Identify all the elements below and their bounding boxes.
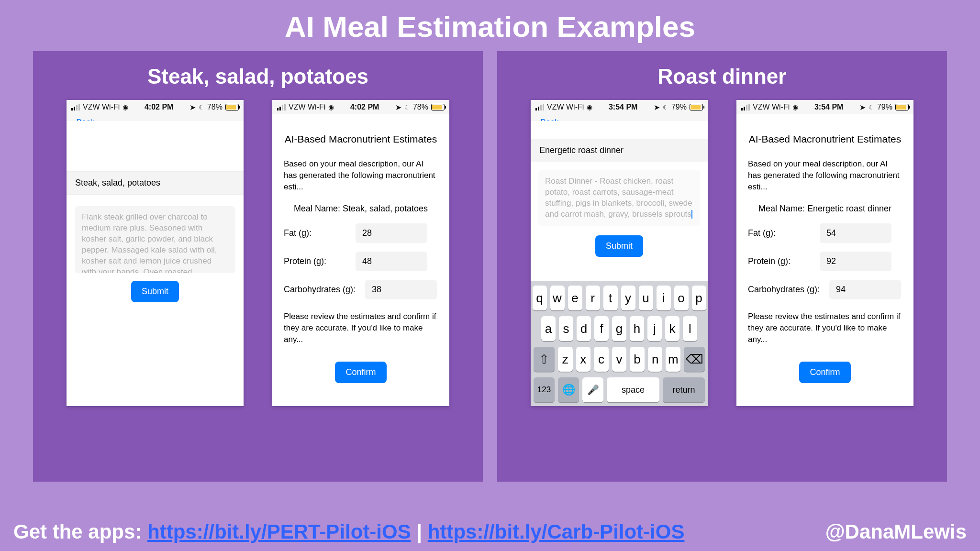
clock: 3:54 PM bbox=[814, 103, 843, 111]
link-carb[interactable]: https://bit.ly/Carb-Pilot-iOS bbox=[428, 520, 685, 543]
key-m[interactable]: m bbox=[666, 347, 680, 372]
keyboard-row-4: 123 🌐 🎤 space return bbox=[534, 377, 705, 402]
phone-steak-input: VZW Wi-Fi ◉ 4:02 PM ➤ ☾ 78% ‹ Back Steak… bbox=[67, 100, 244, 406]
carrier-label: VZW Wi-Fi bbox=[289, 103, 325, 111]
dnd-moon-icon: ☾ bbox=[199, 104, 204, 111]
carb-row: Carbohydrates (g): 38 bbox=[284, 280, 438, 299]
clock: 4:02 PM bbox=[350, 103, 379, 111]
protein-value-input[interactable]: 48 bbox=[356, 252, 427, 271]
fat-value-input[interactable]: 54 bbox=[820, 223, 891, 243]
battery-pct: 79% bbox=[877, 103, 892, 111]
mic-key[interactable]: 🎤 bbox=[582, 377, 603, 402]
fat-value-input[interactable]: 28 bbox=[356, 223, 427, 243]
battery-icon bbox=[225, 104, 239, 110]
slide-title: AI Meal Estimation Examples bbox=[0, 0, 980, 51]
key-r[interactable]: r bbox=[586, 286, 600, 310]
panels-row: Steak, salad, potatoes VZW Wi-Fi ◉ 4:02 … bbox=[0, 51, 980, 482]
keyboard-row-1: qwertyuiop bbox=[534, 286, 705, 310]
keyboard-row-3: ⇧ zxcvbnm ⌫ bbox=[534, 347, 705, 372]
clock: 4:02 PM bbox=[145, 103, 173, 111]
space-key[interactable]: space bbox=[607, 377, 659, 402]
return-key[interactable]: return bbox=[663, 377, 705, 402]
nav-back[interactable]: ‹ Back bbox=[531, 114, 708, 121]
results-outro: Please review the estimates and confirm … bbox=[748, 311, 902, 345]
battery-pct: 78% bbox=[207, 103, 223, 111]
status-bar: VZW Wi-Fi ◉ 4:02 PM ➤ ☾ 78% bbox=[272, 100, 449, 114]
key-h[interactable]: h bbox=[630, 316, 644, 341]
dnd-moon-icon: ☾ bbox=[663, 104, 668, 111]
confirm-button[interactable]: Confirm bbox=[335, 362, 386, 383]
meal-title-input[interactable]: Energetic roast dinner bbox=[531, 139, 708, 162]
key-b[interactable]: b bbox=[630, 347, 645, 372]
meal-description-input[interactable]: Roast Dinner - Roast chicken, roast pota… bbox=[538, 170, 700, 226]
key-o[interactable]: o bbox=[674, 286, 689, 310]
fat-label: Fat (g): bbox=[284, 228, 356, 238]
footer-handle: @DanaMLewis bbox=[825, 520, 967, 543]
key-k[interactable]: k bbox=[665, 316, 679, 341]
carrier-label: VZW Wi-Fi bbox=[83, 103, 120, 111]
globe-key[interactable]: 🌐 bbox=[558, 377, 579, 402]
key-c[interactable]: c bbox=[594, 347, 609, 372]
onscreen-keyboard: qwertyuiop asdfghjkl ⇧ zxcvbnm ⌫ 123 🌐 🎤… bbox=[531, 281, 708, 406]
key-l[interactable]: l bbox=[683, 316, 697, 341]
submit-button[interactable]: Submit bbox=[131, 281, 179, 302]
key-x[interactable]: x bbox=[576, 347, 591, 372]
location-icon: ➤ bbox=[395, 103, 401, 112]
text-caret bbox=[691, 210, 692, 219]
phone-roast-input: VZW Wi-Fi ◉ 3:54 PM ➤ ☾ 79% ‹ Back Energ… bbox=[531, 100, 708, 406]
backspace-key[interactable]: ⌫ bbox=[684, 347, 705, 372]
results-outro: Please review the estimates and confirm … bbox=[284, 311, 438, 345]
link-pert[interactable]: https://bit.ly/PERT-Pilot-iOS bbox=[147, 520, 411, 543]
keyboard-row-2: asdfghjkl bbox=[534, 316, 705, 341]
results-intro: Based on your meal description, our AI h… bbox=[284, 158, 438, 192]
nav-back[interactable]: ‹ Back bbox=[67, 114, 244, 121]
slide-footer: Get the apps: https://bit.ly/PERT-Pilot-… bbox=[0, 520, 980, 551]
meal-description-input[interactable]: Flank steak grilled over charcoal to med… bbox=[75, 206, 235, 273]
key-e[interactable]: e bbox=[568, 286, 582, 310]
key-j[interactable]: j bbox=[647, 316, 662, 341]
carb-value-input[interactable]: 38 bbox=[365, 280, 437, 299]
carb-value-input[interactable]: 94 bbox=[829, 280, 901, 299]
status-bar: VZW Wi-Fi ◉ 4:02 PM ➤ ☾ 78% bbox=[67, 100, 244, 114]
fat-row: Fat (g): 54 bbox=[748, 223, 902, 243]
confirm-button[interactable]: Confirm bbox=[799, 362, 850, 383]
key-y[interactable]: y bbox=[621, 286, 635, 310]
meal-name-line: Meal Name: Steak, salad, potatoes bbox=[284, 204, 438, 214]
key-p[interactable]: p bbox=[692, 286, 706, 310]
key-f[interactable]: f bbox=[594, 316, 609, 341]
dnd-moon-icon: ☾ bbox=[404, 104, 410, 111]
panel-roast-title: Roast dinner bbox=[497, 51, 947, 100]
key-d[interactable]: d bbox=[577, 316, 591, 341]
key-v[interactable]: v bbox=[612, 347, 627, 372]
footer-links: Get the apps: https://bit.ly/PERT-Pilot-… bbox=[13, 520, 684, 543]
carrier-label: VZW Wi-Fi bbox=[753, 103, 790, 111]
key-w[interactable]: w bbox=[550, 286, 565, 310]
shift-key[interactable]: ⇧ bbox=[534, 347, 555, 372]
key-q[interactable]: q bbox=[533, 286, 547, 310]
signal-icon bbox=[741, 104, 750, 110]
key-s[interactable]: s bbox=[559, 316, 573, 341]
key-t[interactable]: t bbox=[603, 286, 618, 310]
meal-name-line: Meal Name: Energetic roast dinner bbox=[748, 204, 902, 214]
battery-icon bbox=[895, 104, 909, 110]
panel-roast: Roast dinner VZW Wi-Fi ◉ 3:54 PM ➤ ☾ 79% bbox=[497, 51, 947, 482]
key-i[interactable]: i bbox=[657, 286, 671, 310]
phone-roast-results: VZW Wi-Fi ◉ 3:54 PM ➤ ☾ 79% AI-Based Mac… bbox=[736, 100, 913, 406]
key-n[interactable]: n bbox=[648, 347, 663, 372]
key-u[interactable]: u bbox=[639, 286, 653, 310]
numbers-key[interactable]: 123 bbox=[534, 377, 555, 402]
battery-icon bbox=[690, 104, 703, 110]
results-title: AI-Based Macronutrient Estimates bbox=[284, 133, 438, 145]
protein-row: Protein (g): 48 bbox=[284, 252, 438, 271]
protein-value-input[interactable]: 92 bbox=[820, 252, 891, 271]
key-g[interactable]: g bbox=[612, 316, 626, 341]
carb-label: Carbohydrates (g): bbox=[284, 285, 365, 295]
key-a[interactable]: a bbox=[541, 316, 556, 341]
signal-icon bbox=[535, 104, 544, 110]
battery-pct: 78% bbox=[413, 103, 428, 111]
location-icon: ➤ bbox=[859, 103, 866, 112]
key-z[interactable]: z bbox=[558, 347, 573, 372]
meal-title-input[interactable]: Steak, salad, potatoes bbox=[67, 171, 244, 195]
wifi-icon: ◉ bbox=[792, 103, 798, 111]
submit-button[interactable]: Submit bbox=[595, 235, 643, 257]
